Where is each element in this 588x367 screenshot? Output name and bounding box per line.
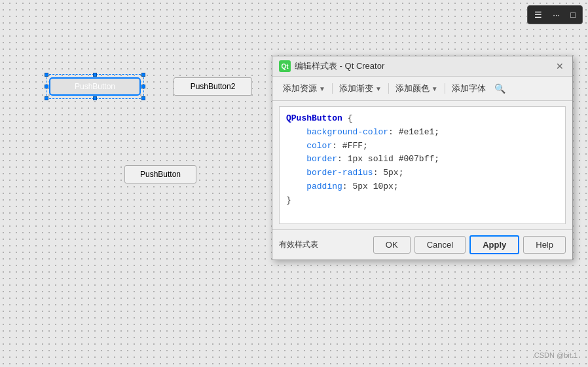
code-line-4: border: 1px solid #007bff; [286, 153, 559, 166]
add-font-label: 添加字体 [452, 83, 486, 94]
code-line-1: QPushButton { [286, 112, 559, 126]
code-val-padding: 5px 10px; [348, 182, 399, 191]
add-color-label: 添加颜色 [395, 83, 430, 94]
add-resource-arrow: ▼ [319, 85, 325, 92]
push-button-1-label: PushButton [75, 82, 115, 91]
dialog-title-left: Qt 编辑样式表 - Qt Creator [279, 60, 384, 72]
cancel-button[interactable]: Cancel [414, 236, 466, 254]
code-prop-color: color [306, 141, 332, 151]
code-val-border-radius: 5px; [378, 168, 403, 178]
canvas-area: ☰ ··· □ PushButton PushButton2 PushButto… [0, 0, 588, 367]
push-button-3-label: PushButton [140, 170, 181, 179]
watermark: CSDN @bit.1 [534, 351, 578, 359]
add-font-button[interactable]: 添加字体 [448, 81, 490, 96]
help-button[interactable]: Help [523, 236, 566, 254]
code-line-7: } [286, 194, 559, 208]
push-button-1[interactable]: PushButton [49, 77, 141, 96]
code-prop-border: border [306, 154, 337, 164]
toolbar-divider-2 [388, 83, 389, 94]
style-editor-dialog: Qt 编辑样式表 - Qt Creator ✕ 添加资源 ▼ 添加渐变 ▼ 添加… [272, 56, 573, 260]
code-brace-open: { [348, 113, 353, 123]
add-color-button[interactable]: 添加颜色 ▼ [392, 81, 442, 96]
toolbar-divider-3 [445, 83, 445, 94]
toolbar-divider-1 [332, 83, 333, 94]
toolbar-list-icon[interactable]: ☰ [532, 9, 545, 21]
push-button-2-label: PushButton2 [191, 82, 236, 91]
add-color-arrow: ▼ [432, 85, 438, 92]
code-selector: QPushButton [286, 113, 342, 123]
ok-button[interactable]: OK [373, 236, 411, 254]
dialog-title-text: 编辑样式表 - Qt Creator [295, 60, 384, 72]
valid-label: 有效样式表 [279, 239, 369, 250]
code-line-3: color: #FFF; [286, 140, 559, 153]
code-editor[interactable]: QPushButton { background-color: #e1e1e1;… [279, 106, 566, 224]
search-icon[interactable]: 🔍 [492, 81, 507, 96]
qt-icon-label: Qt [281, 63, 288, 70]
toolbar-window-icon[interactable]: □ [568, 9, 578, 21]
apply-button[interactable]: Apply [469, 235, 519, 254]
code-line-6: padding: 5px 10px; [286, 180, 559, 194]
code-prop-padding: padding [306, 182, 342, 191]
code-prop-bg: background-color [306, 127, 388, 137]
dialog-toolbar: 添加资源 ▼ 添加渐变 ▼ 添加颜色 ▼ 添加字体 🔍 [272, 77, 572, 101]
add-gradient-label: 添加渐变 [339, 83, 373, 94]
push-button-2[interactable]: PushButton2 [174, 77, 252, 96]
add-resource-label: 添加资源 [283, 83, 317, 94]
code-val-bg: #e1e1e1; [394, 127, 439, 137]
add-resource-button[interactable]: 添加资源 ▼ [279, 81, 329, 96]
dialog-close-button[interactable]: ✕ [554, 60, 566, 72]
toolbar-more-icon[interactable]: ··· [550, 9, 562, 21]
code-line-2: background-color: #e1e1e1; [286, 126, 559, 140]
dialog-bottom: 有效样式表 OK Cancel Apply Help [272, 229, 572, 260]
add-gradient-arrow: ▼ [375, 85, 382, 92]
add-gradient-button[interactable]: 添加渐变 ▼ [335, 81, 386, 96]
top-toolbar: ☰ ··· □ [527, 5, 583, 24]
code-prop-border-radius: border-radius [306, 168, 373, 178]
dialog-titlebar: Qt 编辑样式表 - Qt Creator ✕ [272, 56, 572, 77]
code-line-5: border-radius: 5px; [286, 166, 559, 180]
code-val-border: 1px solid #007bff; [342, 154, 439, 164]
qt-icon: Qt [279, 60, 291, 72]
code-brace-close: } [286, 195, 291, 205]
push-button-3[interactable]: PushButton [124, 165, 196, 184]
code-val-color: #FFF; [337, 141, 368, 151]
